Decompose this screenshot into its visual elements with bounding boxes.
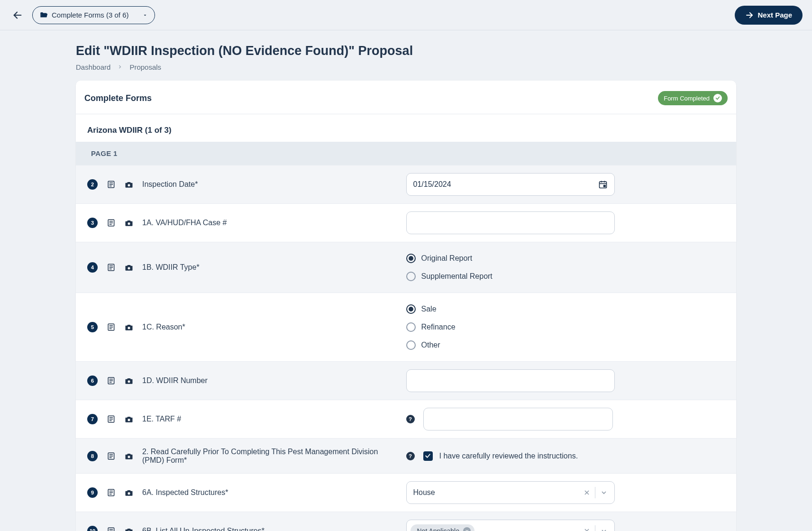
next-page-label: Next Page (757, 11, 792, 19)
next-page-button[interactable]: Next Page (735, 6, 803, 25)
notes-icon[interactable] (106, 488, 116, 497)
svg-point-23 (128, 267, 130, 269)
help-icon[interactable]: ? (406, 415, 415, 423)
row-number: 10 (87, 526, 98, 531)
row-number: 8 (87, 451, 98, 461)
camera-icon[interactable] (124, 180, 134, 189)
notes-icon[interactable] (106, 451, 116, 461)
card-title: Complete Forms (84, 93, 152, 103)
tag-label: Not Applicable (417, 527, 460, 531)
notes-icon[interactable] (106, 218, 116, 228)
notes-icon[interactable] (106, 526, 116, 531)
radio-label: Supplemental Report (421, 272, 493, 281)
form-row-tarf: 7 1E. TARF # ? (76, 400, 736, 438)
camera-icon[interactable] (124, 414, 134, 424)
svg-point-18 (128, 222, 130, 225)
row-number: 3 (87, 218, 98, 228)
tarf-value[interactable] (430, 415, 606, 423)
row-label: 1A. VA/HUD/FHA Case # (142, 219, 227, 227)
camera-icon[interactable] (124, 322, 134, 332)
chevron-down-icon[interactable] (600, 489, 608, 496)
notes-icon[interactable] (106, 322, 116, 332)
row-number: 7 (87, 414, 98, 424)
separator (595, 525, 595, 531)
form-row-inspected-structures: 9 6A. Inspected Structures* House (76, 473, 736, 512)
radio-original-report[interactable]: Original Report (406, 254, 493, 263)
form-row-wdiir-type: 4 1B. WDIIR Type* Original Report Supple… (76, 242, 736, 293)
calendar-icon[interactable] (598, 180, 608, 189)
row-label: 2. Read Carefully Prior To Completing Th… (142, 448, 395, 465)
camera-icon[interactable] (124, 451, 134, 461)
camera-icon[interactable] (124, 488, 134, 497)
status-badge: Form Completed (658, 91, 728, 105)
arrow-left-icon (12, 10, 23, 20)
camera-icon[interactable] (124, 218, 134, 228)
arrow-right-icon (745, 11, 754, 19)
camera-icon[interactable] (124, 376, 134, 385)
inspection-date-input[interactable] (406, 173, 615, 196)
breadcrumb-proposals[interactable]: Proposals (129, 63, 161, 71)
form-card: Complete Forms Form Completed Arizona WD… (76, 81, 736, 531)
wdiir-number-value[interactable] (413, 376, 608, 385)
row-number: 9 (87, 487, 98, 498)
svg-rect-13 (603, 185, 605, 187)
form-row-uninspected-structures: 10 6B. List All Un-Inspected Structures*… (76, 512, 736, 531)
tag-chip: Not Applicable ✕ (411, 524, 475, 531)
svg-point-33 (128, 380, 130, 383)
form-row-case-number: 3 1A. VA/HUD/FHA Case # (76, 203, 736, 242)
row-label: 6A. Inspected Structures* (142, 488, 228, 497)
step-label: Complete Forms (3 of 6) (52, 11, 129, 19)
step-selector[interactable]: Complete Forms (3 of 6) (32, 6, 155, 24)
form-row-wdiir-number: 6 1D. WDIIR Number (76, 361, 736, 400)
case-number-value[interactable] (413, 219, 608, 227)
topbar: Complete Forms (3 of 6) Next Page (0, 0, 812, 30)
tarf-input[interactable] (423, 408, 613, 430)
clear-icon[interactable] (584, 489, 590, 496)
page-header: Edit "WDIIR Inspection (NO Evidence Foun… (0, 30, 812, 81)
form-row-inspection-date: 2 Inspection Date* (76, 165, 736, 203)
chevron-right-icon (117, 63, 123, 71)
radio-label: Other (421, 341, 440, 349)
case-number-input[interactable] (406, 211, 615, 234)
svg-point-38 (128, 419, 130, 421)
help-icon[interactable]: ? (406, 452, 415, 460)
back-button[interactable] (9, 7, 26, 23)
clear-icon[interactable] (584, 528, 590, 531)
status-label: Form Completed (664, 95, 710, 102)
radio-supplemental-report[interactable]: Supplemental Report (406, 272, 493, 281)
inspected-structures-select[interactable]: House (406, 481, 615, 504)
radio-label: Sale (421, 305, 437, 313)
radio-label: Original Report (421, 254, 473, 263)
row-label: Inspection Date* (142, 180, 198, 189)
form-subtitle: Arizona WDIIR (1 of 3) (76, 114, 736, 142)
row-number: 2 (87, 179, 98, 190)
check-circle-icon (713, 94, 722, 102)
svg-point-43 (128, 456, 130, 458)
separator (595, 487, 595, 498)
camera-icon[interactable] (124, 263, 134, 272)
caret-down-icon (142, 12, 148, 18)
wdiir-type-radio-group: Original Report Supplemental Report (406, 250, 493, 285)
notes-icon[interactable] (106, 180, 116, 189)
row-number: 5 (87, 322, 98, 332)
checkbox-label: I have carefully reviewed the instructio… (439, 452, 578, 460)
uninspected-structures-select[interactable]: Not Applicable ✕ (406, 520, 615, 531)
page-section-label: PAGE 1 (76, 142, 736, 165)
instructions-checkbox[interactable] (423, 451, 433, 461)
row-label: 1D. WDIIR Number (142, 376, 208, 385)
tag-remove-icon[interactable]: ✕ (463, 527, 471, 531)
wdiir-number-input[interactable] (406, 369, 615, 392)
date-value[interactable] (413, 180, 598, 189)
radio-refinance[interactable]: Refinance (406, 322, 456, 332)
notes-icon[interactable] (106, 263, 116, 272)
svg-point-48 (128, 492, 130, 494)
chevron-down-icon[interactable] (600, 527, 608, 531)
radio-sale[interactable]: Sale (406, 304, 456, 314)
radio-other[interactable]: Other (406, 340, 456, 350)
breadcrumb-dashboard[interactable]: Dashboard (76, 63, 110, 71)
camera-icon[interactable] (124, 526, 134, 531)
row-label: 1B. WDIIR Type* (142, 263, 200, 272)
notes-icon[interactable] (106, 414, 116, 424)
row-label: 1E. TARF # (142, 415, 181, 423)
notes-icon[interactable] (106, 376, 116, 385)
